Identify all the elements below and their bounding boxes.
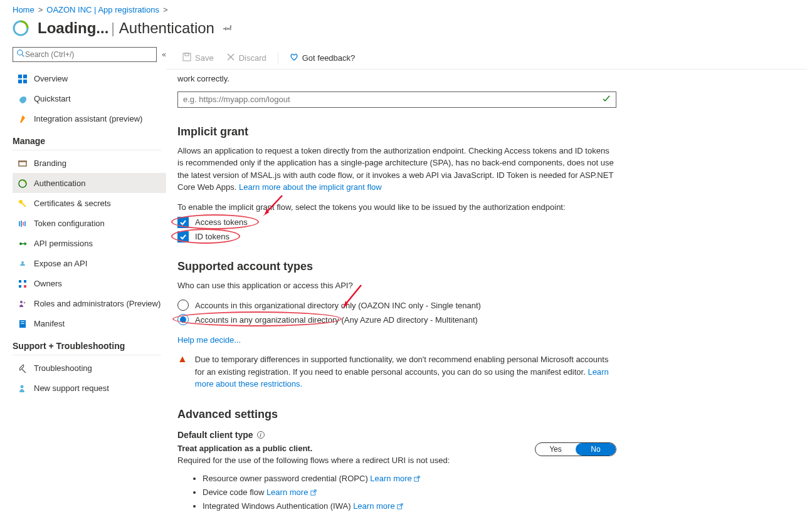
search-input[interactable] — [25, 50, 152, 59]
header-separator: | — [111, 19, 119, 36]
branding-icon — [18, 159, 28, 169]
svg-rect-6 — [23, 80, 27, 83]
flow-iwa: Integrated Windows Authentication (IWA) … — [203, 499, 782, 513]
sidebar-item-label: Troubleshooting — [34, 363, 92, 373]
svg-rect-32 — [183, 53, 191, 61]
svg-point-16 — [19, 243, 22, 245]
external-link-icon — [414, 476, 420, 482]
save-button[interactable]: Save — [177, 50, 219, 66]
discard-button[interactable]: Discard — [221, 50, 272, 66]
sidebar-item-roles[interactable]: Roles and administrators (Preview) — [13, 293, 166, 313]
public-client-toggle[interactable]: Yes No — [535, 442, 616, 456]
main-content: Save Discard Got feedback? work correctl… — [166, 47, 807, 532]
sidebar-item-troubleshooting[interactable]: Troubleshooting — [13, 358, 166, 378]
breadcrumb-app-registrations[interactable]: OAZON INC | App registrations — [46, 5, 159, 14]
integration-icon — [18, 114, 28, 124]
checkbox-id-tokens[interactable] — [177, 231, 189, 243]
info-icon[interactable]: i — [257, 431, 265, 439]
default-client-type-heading: Default client type i — [177, 430, 782, 440]
sidebar-section-support: Support + Troubleshooting — [13, 333, 161, 355]
implicit-learn-more-link[interactable]: Learn more about the implicit grant flow — [239, 182, 382, 192]
search-box[interactable] — [13, 47, 157, 62]
troubleshoot-icon — [18, 363, 28, 373]
svg-rect-21 — [19, 280, 21, 283]
page-title: Loading... | Authentication — [38, 19, 214, 37]
svg-rect-4 — [23, 75, 27, 78]
sidebar-item-api-permissions[interactable]: API permissions — [13, 233, 166, 253]
sidebar-section-manage: Manage — [13, 128, 161, 150]
implicit-grant-desc: Allows an application to request a token… — [177, 145, 616, 194]
svg-line-2 — [22, 55, 24, 56]
sidebar-item-certificates[interactable]: Certificates & secrets — [13, 193, 166, 213]
chevron-right-icon: > — [163, 5, 168, 14]
toggle-yes[interactable]: Yes — [535, 443, 576, 456]
checkbox-access-tokens[interactable] — [177, 217, 189, 228]
quickstart-icon — [18, 94, 28, 104]
collapse-sidebar-icon[interactable]: « — [162, 50, 166, 59]
svg-rect-33 — [185, 53, 189, 56]
authentication-icon — [18, 179, 28, 189]
sidebar-item-label: Quickstart — [34, 94, 71, 103]
checkbox-label: ID tokens — [195, 232, 229, 241]
radio-label: Accounts in any organizational directory… — [195, 315, 478, 325]
sidebar-item-label: Branding — [34, 159, 66, 168]
treat-public-client-text: Treat application as a public client. Re… — [177, 442, 450, 467]
svg-line-41 — [417, 476, 420, 479]
feedback-button[interactable]: Got feedback? — [285, 50, 361, 66]
flow-device-code: Device code flow Learn more — [203, 486, 782, 499]
sidebar-item-overview[interactable]: Overview — [13, 68, 166, 88]
toggle-no[interactable]: No — [576, 443, 616, 456]
learn-more-link[interactable]: Learn more — [266, 488, 317, 497]
supported-account-types-heading: Supported account types — [177, 260, 782, 273]
logout-url-input[interactable] — [183, 95, 598, 104]
svg-rect-3 — [18, 75, 22, 78]
sidebar-item-owners[interactable]: Owners — [13, 273, 166, 293]
svg-line-43 — [313, 490, 316, 493]
breadcrumb: Home > OAZON INC | App registrations > — [0, 0, 807, 17]
sidebar-item-token-config[interactable]: Token configuration — [13, 213, 166, 233]
toolbar-separator — [278, 53, 278, 64]
learn-more-link[interactable]: Learn more — [370, 474, 420, 483]
roles-icon — [18, 299, 28, 309]
sidebar-item-new-support[interactable]: New support request — [13, 378, 166, 398]
support-icon — [18, 383, 28, 394]
toolbar: Save Discard Got feedback? — [166, 47, 807, 70]
svg-point-26 — [24, 301, 26, 303]
external-link-icon — [397, 503, 403, 509]
radio-multitenant[interactable] — [177, 314, 189, 325]
advanced-settings-heading: Advanced settings — [177, 408, 782, 421]
sidebar-item-integration[interactable]: Integration assistant (preview) — [13, 108, 166, 128]
sidebar-item-manifest[interactable]: Manifest — [13, 313, 166, 333]
app-registration-icon — [13, 20, 29, 36]
svg-point-9 — [19, 180, 26, 187]
learn-more-link[interactable]: Learn more — [353, 501, 403, 511]
sidebar-item-branding[interactable]: Branding — [13, 153, 166, 173]
help-me-decide-link[interactable]: Help me decide... — [177, 335, 241, 345]
sidebar-item-expose-api[interactable]: Expose an API — [13, 253, 166, 273]
svg-point-31 — [21, 385, 24, 388]
svg-rect-23 — [19, 285, 21, 288]
supported-who: Who can use this application or access t… — [177, 279, 616, 292]
overview-icon — [18, 74, 28, 84]
logout-url-input-wrap[interactable] — [177, 91, 616, 108]
sidebar-item-authentication[interactable]: Authentication — [13, 173, 166, 193]
sidebar-item-label: New support request — [34, 383, 109, 393]
sidebar-item-label: Integration assistant (preview) — [34, 114, 142, 123]
breadcrumb-home[interactable]: Home — [13, 5, 34, 14]
sidebar-item-label: API permissions — [34, 239, 93, 248]
save-icon — [182, 53, 191, 63]
save-label: Save — [195, 53, 214, 63]
svg-rect-5 — [18, 80, 22, 83]
sidebar-item-label: Overview — [34, 74, 68, 83]
svg-point-20 — [21, 261, 24, 264]
radio-single-tenant[interactable] — [177, 300, 189, 311]
pin-icon[interactable] — [223, 23, 232, 34]
checkbox-id-tokens-row: ID tokens — [177, 231, 782, 243]
warning-banner: ▲ Due to temporary differences in suppor… — [177, 353, 616, 390]
warning-icon: ▲ — [177, 353, 187, 390]
sidebar-item-label: Manifest — [34, 319, 65, 328]
sidebar-item-quickstart[interactable]: Quickstart — [13, 88, 166, 108]
svg-rect-24 — [24, 285, 26, 288]
search-icon — [17, 50, 25, 60]
check-icon — [602, 94, 611, 105]
